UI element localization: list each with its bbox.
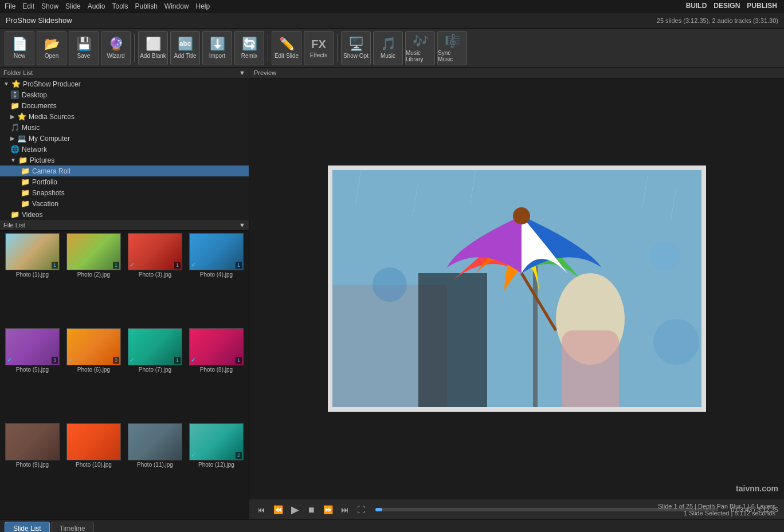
file-item-3[interactable]: ✓1 Photo (3).jpg: [125, 233, 185, 327]
file-item-4[interactable]: ✓1 Photo (4).jpg: [186, 233, 246, 327]
folder-item-desktop[interactable]: 🗄️ Desktop: [0, 89, 249, 100]
file-item-7[interactable]: ✓1 Photo (7).jpg: [125, 328, 185, 422]
menu-window[interactable]: Window: [164, 2, 189, 10]
file-name-11: Photo (11).jpg: [137, 462, 173, 468]
music-library-label: Music Library: [406, 50, 434, 62]
menu-file[interactable]: File: [5, 2, 15, 10]
edit-slide-label: Edit Slide: [275, 53, 299, 59]
add-title-button[interactable]: 🔤 Add Title: [170, 31, 200, 65]
new-button[interactable]: 📄 New: [5, 31, 34, 65]
tab-build[interactable]: BUILD: [684, 1, 709, 10]
tab-design[interactable]: DESIGN: [711, 1, 742, 10]
file-item-11[interactable]: Photo (11).jpg: [125, 423, 185, 517]
file-thumb-4: ✓1: [189, 233, 244, 270]
effects-label: Effects: [310, 52, 327, 58]
menu-slide[interactable]: Slide: [65, 2, 81, 10]
folder-list-header[interactable]: Folder List ▼: [0, 68, 249, 78]
file-check-3: ✓: [130, 261, 135, 269]
folder-item-snapshots[interactable]: 📁 Snapshots: [0, 187, 249, 198]
file-item-10[interactable]: Photo (10).jpg: [64, 423, 124, 517]
transport-next[interactable]: ⏩: [321, 504, 335, 515]
file-thumb-2: ✓1: [66, 233, 121, 270]
transport-prev[interactable]: ⏪: [271, 504, 285, 515]
folder-item-videos[interactable]: 📁 Videos: [0, 209, 249, 220]
file-name-10: Photo (10).jpg: [76, 462, 112, 468]
file-thumb-9: [5, 423, 60, 460]
file-item-8[interactable]: ✓1 Photo (8).jpg: [186, 328, 246, 422]
file-item-6[interactable]: ✓3 Photo (6).jpg: [64, 328, 124, 422]
toolbar: 📄 New 📂 Open 💾 Save 🔮 Wizard ⬜ Add Blank…: [0, 29, 784, 68]
sync-music-button[interactable]: 🎼 Sync Music: [437, 31, 467, 65]
transport-controls: ⏮ ⏪ ▶ ⏹ ⏩ ⏭ ⛶ 0:03.43 / 3:12.35 Slide 1 …: [249, 499, 784, 519]
transport-skip-end[interactable]: ⏭: [339, 504, 351, 515]
wizard-icon: 🔮: [108, 37, 124, 52]
file-thumb-10: [66, 423, 121, 460]
transport-play[interactable]: ▶: [289, 502, 301, 517]
folder-item-media-sources[interactable]: ▶ ⭐ Media Sources: [0, 111, 249, 122]
preview-label: Preview: [254, 69, 276, 76]
file-item-2[interactable]: ✓1 Photo (2).jpg: [64, 233, 124, 327]
folder-item-pictures[interactable]: ▼ 📁 Pictures: [0, 155, 249, 165]
file-section: File List ▼ ✓1 Photo (1).jpg ✓1 Photo (2…: [0, 220, 249, 519]
transport-stop[interactable]: ⏹: [305, 504, 317, 515]
folder-item-documents[interactable]: 📁 Documents: [0, 100, 249, 111]
file-thumb-5: ✓3: [5, 328, 60, 365]
file-badge-2: 1: [113, 262, 119, 269]
music-button[interactable]: 🎵 Music: [373, 31, 403, 65]
folder-label-pictures: Pictures: [30, 156, 54, 164]
right-panel: Preview: [249, 68, 784, 519]
folder-item-network[interactable]: 🌐 Network: [0, 144, 249, 155]
svg-point-14: [373, 267, 407, 302]
remix-button[interactable]: 🔄 Remix: [234, 31, 264, 65]
preview-area[interactable]: taivnn.com: [249, 78, 784, 499]
file-name-3: Photo (3).jpg: [139, 271, 171, 278]
save-button[interactable]: 💾 Save: [69, 31, 99, 65]
file-list-title: File List: [3, 222, 25, 228]
menu-edit[interactable]: Edit: [22, 2, 34, 10]
add-blank-button[interactable]: ⬜ Add Blank: [138, 31, 168, 65]
transport-fullscreen[interactable]: ⛶: [355, 504, 367, 515]
file-list-header[interactable]: File List ▼: [0, 220, 249, 231]
file-item-5[interactable]: ✓3 Photo (5).jpg: [2, 328, 62, 422]
mode-tabs: BUILD DESIGN PUBLISH: [684, 1, 779, 10]
slide-info-line1: Slide 1 of 25 | Depth Pan Blur 1 | 6 Lay…: [658, 503, 775, 510]
folder-item-music[interactable]: 🎵 Music: [0, 122, 249, 133]
import-button[interactable]: ⬇️ Import: [202, 31, 232, 65]
folder-item-camera-roll[interactable]: 📁 Camera Roll: [0, 165, 249, 176]
folder-item-proshow[interactable]: ▼ ⭐ ProShow Producer: [0, 78, 249, 89]
file-item-12[interactable]: ✓2 Photo (12).jpg: [186, 423, 246, 517]
file-item-9[interactable]: Photo (9).jpg: [2, 423, 62, 517]
file-thumb-12: ✓2: [189, 423, 244, 460]
menu-help[interactable]: Help: [196, 2, 210, 10]
file-item-1[interactable]: ✓1 Photo (1).jpg: [2, 233, 62, 327]
music-library-button[interactable]: 🎶 Music Library: [405, 31, 435, 65]
toolbar-separator-1: [134, 34, 135, 62]
file-check-12: ✓: [191, 451, 196, 459]
transport-skip-start[interactable]: ⏮: [255, 504, 268, 515]
open-button[interactable]: 📂 Open: [37, 31, 66, 65]
folder-item-portfolio[interactable]: 📁 Portfolio: [0, 176, 249, 187]
network-icon: 🌐: [10, 145, 19, 153]
file-thumb-7: ✓1: [128, 328, 182, 365]
file-thumb-3: ✓1: [128, 233, 182, 270]
menu-publish[interactable]: Publish: [135, 2, 157, 10]
file-name-2: Photo (2).jpg: [77, 271, 110, 278]
music-label: Music: [381, 53, 395, 59]
tab-publish[interactable]: PUBLISH: [744, 1, 779, 10]
menu-audio[interactable]: Audio: [88, 2, 105, 10]
edit-slide-button[interactable]: ✏️ Edit Slide: [272, 31, 301, 65]
show-opt-icon: 🖥️: [348, 37, 364, 52]
camera-roll-icon: 📁: [21, 167, 30, 175]
tab-timeline[interactable]: Timeline: [51, 522, 94, 532]
wizard-button[interactable]: 🔮 Wizard: [101, 31, 131, 65]
snapshots-icon: 📁: [21, 188, 30, 197]
menu-show[interactable]: Show: [41, 2, 58, 10]
show-opt-button[interactable]: 🖥️ Show Opt: [341, 31, 371, 65]
svg-point-16: [650, 242, 679, 270]
folder-item-computer[interactable]: ▶ 💻 My Computer: [0, 133, 249, 144]
effects-button[interactable]: FX Effects: [304, 31, 334, 65]
folder-label-computer: My Computer: [29, 135, 70, 143]
menu-tools[interactable]: Tools: [112, 2, 128, 10]
tab-slide-list[interactable]: Slide List: [5, 522, 50, 532]
folder-item-vacation[interactable]: 📁 Vacation: [0, 198, 249, 209]
